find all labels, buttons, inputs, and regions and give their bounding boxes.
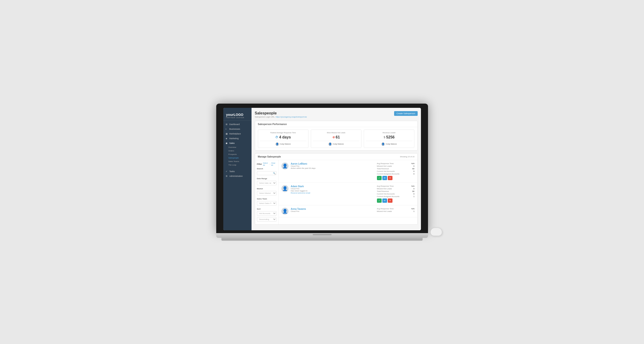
filter-sales-team-label: Sales Team	[257, 198, 276, 200]
person-icon-3: 👤	[382, 143, 384, 145]
sidebar-sub-prospects[interactable]: Prospects	[223, 153, 252, 156]
perf-response-name: Cody Malone	[280, 143, 291, 145]
sp-avatar-3: 👤	[282, 208, 288, 215]
sidebar-item-sales[interactable]: ◉ Sales	[223, 141, 252, 146]
filter-sort-label: Sort	[257, 208, 276, 210]
create-salesperson-button[interactable]: Create Salesperson	[394, 111, 418, 116]
sp-action-delete-1[interactable]: ✕	[388, 176, 392, 180]
filter-market-label: Market	[257, 188, 276, 190]
dollar-icon: $	[384, 136, 386, 139]
store-icon: ▦	[226, 133, 228, 135]
perf-card-response-time: Fastest Average Response Time ⏱ 4 days 👤…	[258, 130, 308, 148]
sp-stat-label: Missed Hot Leads	[377, 210, 392, 212]
search-icon: 🔍	[273, 172, 276, 174]
filter-date-range[interactable]: Select date range...	[257, 181, 276, 185]
sidebar-item-marketing[interactable]: ◈ Marketing	[223, 136, 252, 141]
sidebar: yourLOGO PARTNER CENTER ⊞ Dashboard ▪	[223, 108, 252, 230]
sp-company-3: Cloud Fox	[291, 210, 374, 212]
sidebar-item-marketplace[interactable]: ▦ Marketplace	[223, 131, 252, 136]
perf-missed-person: 👤 Cody Malone	[313, 141, 359, 146]
filter-search-label: Search	[257, 168, 276, 170]
sp-stat-label: Avg Response Time	[377, 208, 394, 210]
sidebar-item-businesses[interactable]: ▪ Businesses	[223, 127, 252, 131]
logo-plain: your	[226, 113, 234, 117]
sp-stat-row: Avg Response Time N/A	[377, 185, 414, 187]
perf-revenue-name: Cody Malone	[386, 143, 397, 145]
filter-select-all[interactable]: Select All	[263, 162, 269, 166]
sidebar-sub-the-loop[interactable]: The Loop	[223, 163, 252, 167]
grid-icon: ⊞	[226, 123, 228, 126]
sp-stat-row: Current Hot Accounts 0	[377, 170, 414, 172]
chart-icon: ◉	[226, 142, 228, 144]
filter-header: Filter Select All | Clear All	[257, 162, 276, 166]
sidebar-sub-salespeople[interactable]: Salespeople	[223, 156, 252, 160]
sp-stat-row: Total Revenue $0	[377, 190, 414, 192]
sp-stat-row: Missed Hot Leads 1	[377, 210, 414, 212]
performance-section: Salesperson Performance Fastest Average …	[255, 121, 418, 150]
filter-panel: Filter Select All | Clear All Search 🔍	[255, 160, 278, 224]
sp-action-delete-2[interactable]: ✕	[388, 198, 392, 203]
manage-body: Filter Select All | Clear All Search 🔍	[255, 160, 418, 224]
filter-market[interactable]: Select Market	[257, 191, 276, 195]
filter-label: Filter	[257, 163, 262, 165]
manage-count: Showing 15 of 15	[400, 156, 414, 158]
sp-stat-label: Total Revenue	[377, 168, 389, 170]
sp-item-2: 👤 Adam Stark Cloud Fire Has never logged…	[278, 183, 418, 205]
laptop-bottom	[222, 238, 422, 241]
sidebar-item-dashboard[interactable]: ⊞ Dashboard	[223, 122, 252, 127]
sidebar-label-businesses: Businesses	[230, 128, 240, 130]
sidebar-label-dashboard: Dashboard	[230, 123, 240, 126]
sp-stat-label: Avg Response Time	[377, 162, 394, 165]
sp-stat-label: Avg Response Time	[377, 185, 394, 187]
subtitle-prefix: Salesperson Login URL:	[255, 116, 275, 118]
sp-name-1[interactable]: Aaron LeBlanc	[291, 162, 374, 165]
sp-name-3[interactable]: Anna Tavares	[291, 208, 374, 210]
sp-stat-row: Avg Response Time N/A	[377, 208, 414, 210]
sp-item-1: 👤 Aaron LeBlanc Cloud Fire Active within…	[278, 160, 418, 183]
page-header: Salespeople Salesperson Login URL: https…	[255, 111, 418, 118]
sidebar-item-tasks[interactable]: ✓ Tasks	[223, 169, 252, 174]
avatar-response: 👤	[276, 142, 279, 146]
sp-stat-label: Current Assigned Accounts	[377, 173, 400, 175]
sidebar-nav: ⊞ Dashboard ▪ Businesses ▦ Marketplace	[223, 122, 252, 167]
sp-action-email-1[interactable]: ✉	[382, 176, 387, 180]
sp-action-email-2[interactable]: ✉	[382, 198, 387, 203]
sp-stat-row: Current Hot Accounts 0	[377, 193, 414, 195]
sidebar-sub-overview[interactable]: Overview	[223, 146, 252, 149]
sp-status-2: Has never logged in Resend welcome email	[291, 190, 374, 194]
sp-stat-row: Avg Response Time N/A	[377, 162, 414, 165]
sp-stat-label: Current Assigned Accounts	[377, 195, 400, 198]
filter-date-label: Date Range	[257, 178, 276, 180]
sidebar-sub-sales-teams[interactable]: Sales Teams	[223, 160, 252, 163]
page-subtitle: Salesperson Login URL: https://youragenc…	[255, 116, 307, 118]
alert-icon: ⊘	[332, 136, 335, 139]
sp-stat-value: 1	[414, 195, 414, 198]
perf-missed-number: 61	[336, 135, 340, 139]
subtitle-url[interactable]: https://youragency.snapshotreport.biz	[276, 116, 307, 118]
sp-stat-value: 0	[414, 193, 414, 195]
sp-action-confirm-1[interactable]: ✓	[377, 176, 382, 180]
perf-card-missed-leads: Most Missed Hot Leads ⊘ 61 👤 Cody Malone	[311, 130, 362, 148]
logo: yourLOGO PARTNER CENTER	[223, 110, 252, 121]
avatar-missed: 👤	[328, 142, 332, 146]
perf-revenue-person: 👤 Cody Malone	[366, 141, 412, 146]
filter-sales-team[interactable]: Select Sales Team	[257, 201, 276, 206]
sidebar-sub-orders[interactable]: Orders	[223, 149, 252, 153]
sp-item-3: 👤 Anna Tavares Cloud Fox Avg Response Ti…	[278, 205, 418, 217]
sp-name-2[interactable]: Adam Stark	[291, 185, 374, 188]
manage-section: Manage Salespeople Showing 15 of 15 Filt…	[255, 153, 418, 225]
manage-header: Manage Salespeople Showing 15 of 15	[255, 154, 418, 160]
sidebar-item-administration[interactable]: ⚙ Administration	[223, 174, 252, 178]
filter-order[interactable]: Descending	[257, 217, 276, 222]
perf-missed-title: Most Missed Hot Leads	[313, 132, 359, 134]
sp-action-confirm-2[interactable]: ✓	[377, 198, 382, 203]
sidebar-label-marketing: Marketing	[230, 137, 239, 140]
filter-sort[interactable]: Hot Accounts	[257, 211, 276, 216]
sp-company-1: Cloud Fire	[291, 165, 374, 167]
clock-icon: ⏱	[275, 136, 278, 139]
sp-stats-2: Avg Response Time N/A Missed Hot Leads 0	[377, 185, 414, 203]
sp-stat-label: Current Hot Accounts	[377, 193, 395, 195]
sp-status-link-2[interactable]: Resend welcome email	[291, 192, 310, 194]
sp-avatar-1: 👤	[282, 162, 288, 170]
filter-clear-all[interactable]: Clear All	[271, 162, 276, 166]
